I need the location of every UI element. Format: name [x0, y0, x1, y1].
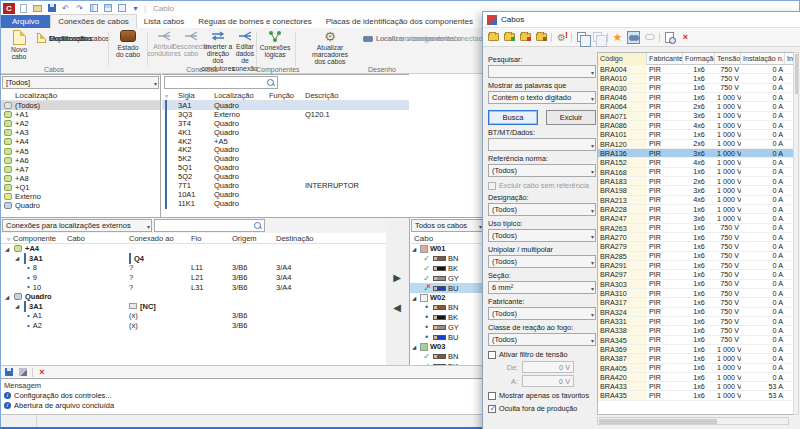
cable-row[interactable]: BRA324PIR1x6750 V0 A [598, 308, 794, 317]
tree-expander-icon[interactable]: ◢ [412, 344, 418, 350]
novo-cabo-button[interactable]: Novo cabo [5, 30, 33, 60]
designacao-combobox[interactable]: (Todos) ▾ [488, 203, 596, 216]
component-table-header[interactable]: ▿ Sigla Localização Função Descrição [162, 90, 409, 101]
ribbon-connection-button[interactable]: Desconectar cabo [178, 30, 204, 57]
connection-row[interactable]: •10?L313/B63/A4 [1, 282, 409, 292]
cable-row[interactable]: BRA213PIR4x61 000 V0 A [598, 196, 794, 205]
cable-row[interactable]: BRA310PIR1x6750 V0 A [598, 289, 794, 298]
cable-row[interactable]: BRA228PIR1x61 000 V0 A [598, 205, 794, 214]
cable-row[interactable]: BRA136PIR3x61 000 V0 A [598, 149, 794, 158]
estado-do-cabo-button[interactable]: Estado do cabo [112, 30, 144, 58]
tab-arquivo[interactable]: Arquivo [1, 15, 50, 28]
cable-row[interactable]: BRA120PIR2x61 000 V0 A [598, 140, 794, 149]
location-column-header[interactable]: Localização [1, 90, 160, 101]
cables-column-header[interactable]: Instalação n.. [741, 53, 785, 65]
connection-row[interactable]: ◢3A1[NC] [1, 302, 409, 312]
cable-row[interactable]: BRA086PIR4x61 000 V0 A [598, 121, 794, 130]
col-funcao[interactable]: Função [269, 91, 305, 100]
cable-row[interactable]: BRA303PIR1x6750 V0 A [598, 280, 794, 289]
component-row[interactable]: 4K1Quadro [162, 128, 409, 137]
cable-row[interactable]: BRA046PIR1x61 000 V0 A [598, 93, 794, 102]
quick-access-dropdown-icon[interactable]: ▾ [130, 3, 141, 14]
vertical-scrollbar[interactable] [793, 52, 799, 415]
cable-row[interactable]: BRA331PIR1x6750 V0 A [598, 317, 794, 326]
unipolar-combobox[interactable]: (Todos) ▾ [488, 255, 596, 268]
localizar-button[interactable]: Localizar vínculos do cabo [363, 32, 462, 44]
bt-mt-combobox[interactable]: ▾ [488, 138, 596, 151]
cable-row[interactable]: BRA405PIR1x61 000 V0 A [598, 364, 794, 373]
component-row[interactable]: 3T4Quadro [162, 119, 409, 128]
redo-icon[interactable]: ↷ [74, 3, 85, 14]
location-item[interactable]: (Todos) [1, 101, 160, 110]
folder-manage-icon[interactable] [535, 31, 548, 44]
cable-row[interactable]: BRA433PIR1x61 000 V53 A [598, 382, 794, 391]
cable-row[interactable]: BRA345PIR1x6750 V0 A [598, 336, 794, 345]
conexoes-logicas-button[interactable]: Conexões lógicas [260, 30, 290, 58]
component-row[interactable]: 10A1Quadro [162, 190, 409, 199]
cable-row[interactable]: BRA064PIR2x61 000 V0 A [598, 102, 794, 111]
favoritos-checkbox[interactable] [488, 392, 496, 400]
col-sigla[interactable]: Sigla [178, 91, 214, 100]
connections-column-header[interactable]: Conexado ao [129, 234, 191, 243]
new-doc-icon[interactable] [18, 3, 29, 14]
component-search-box[interactable] [164, 76, 278, 89]
folder-open-icon[interactable] [487, 31, 500, 44]
save-icon[interactable] [4, 367, 14, 377]
copy-icon[interactable] [575, 31, 588, 44]
classe-combobox[interactable]: (Todos) ▾ [488, 333, 596, 346]
cable-row[interactable]: BRA183PIR2x61 000 V0 A [598, 177, 794, 186]
location-item[interactable]: +A6 [1, 156, 160, 165]
component-row[interactable]: 4K2Quadro [162, 145, 409, 154]
favorites-star-icon[interactable]: ★ [611, 31, 624, 44]
cable-group-row[interactable]: ◢W01 [410, 244, 485, 254]
criterio-combobox[interactable]: Contém o texto digitado ▾ [488, 91, 596, 104]
dialog-title-bar[interactable]: Cabos [483, 12, 800, 28]
cable-row[interactable]: BRA317PIR1x6750 V0 A [598, 298, 794, 307]
connections-column-header[interactable]: ▿Componente [1, 234, 67, 243]
location-item[interactable]: Quadro [1, 201, 160, 210]
cable-conductor-row[interactable]: •GY [410, 322, 485, 332]
cable-row[interactable]: BRA071PIR3x61 000 V0 A [598, 112, 794, 121]
connection-row[interactable]: •A2(x)3/B6 [1, 321, 409, 331]
component-search-input[interactable] [165, 77, 277, 88]
cable-conductor-row[interactable]: ✓BN [410, 254, 485, 264]
uso-combobox[interactable]: (Todos) ▾ [488, 229, 596, 242]
print-preview-icon[interactable] [663, 31, 676, 44]
location-item[interactable]: +A3 [1, 128, 160, 137]
tree-expander-icon[interactable]: ◢ [412, 246, 418, 252]
cable-row[interactable]: BRA297PIR1x6750 V0 A [598, 270, 794, 279]
paint-icon[interactable] [18, 367, 28, 377]
cable-row[interactable]: BRA338PIR1x6750 V0 A [598, 326, 794, 335]
oculta-checkbox[interactable] [488, 405, 496, 413]
fabricante-combobox[interactable]: (Todos) ▾ [488, 307, 596, 320]
cable-row[interactable]: BRA435PIR1x61 000 V53 A [598, 391, 794, 400]
cable-row[interactable]: BRA004PIR1x6750 V0 A [598, 65, 794, 74]
ribbon-tab[interactable]: Lista cabos [137, 15, 191, 28]
layout-rows-icon[interactable] [102, 3, 113, 14]
connection-row[interactable]: •9?L213/B63/A4 [1, 273, 409, 283]
cable-row[interactable]: BRA420PIR1x61 000 V0 A [598, 373, 794, 382]
cables-column-header[interactable]: Fabricante [647, 53, 683, 65]
filtro-tensao-checkbox[interactable] [488, 351, 496, 359]
cable-row[interactable]: BRA285PIR1x6750 V0 A [598, 252, 794, 261]
tree-expander-icon[interactable]: ◢ [5, 294, 11, 300]
location-item[interactable]: +A5 [1, 146, 160, 155]
horizontal-scrollbar[interactable] [597, 417, 789, 425]
cable-row[interactable]: BRA152PIR4x61 000 V0 A [598, 158, 794, 167]
cable-row[interactable]: BRA279PIR1x6750 V0 A [598, 242, 794, 251]
layout-single-icon[interactable] [116, 3, 127, 14]
cables-column-header[interactable]: Cabo [410, 233, 485, 244]
location-filter-combobox[interactable]: [Todos] ▾ [2, 76, 159, 89]
connection-row[interactable]: •A1(x)3/B6 [1, 311, 409, 321]
location-item[interactable]: +A2 [1, 119, 160, 128]
tree-expander-icon[interactable]: ◢ [5, 246, 11, 252]
cable-row[interactable]: BRA387PIR1x61 000 V0 A [598, 354, 794, 363]
atualizar-marcadores-button[interactable]: ⚙ Atualizar marcadores dos cabos [299, 30, 361, 66]
cable-row[interactable]: BRA010PIR1x6750 V0 A [598, 74, 794, 83]
ribbon-tab[interactable]: Placas de identificação dos componentes [319, 15, 480, 28]
referencia-combobox[interactable]: (Todos) ▾ [488, 164, 596, 177]
cable-group-row[interactable]: ◢W03 [410, 342, 485, 352]
clear-messages-icon[interactable]: × [37, 367, 47, 377]
col-descricao[interactable]: Descrição [305, 91, 409, 100]
component-row[interactable]: 5Q1Quadro [162, 163, 409, 172]
